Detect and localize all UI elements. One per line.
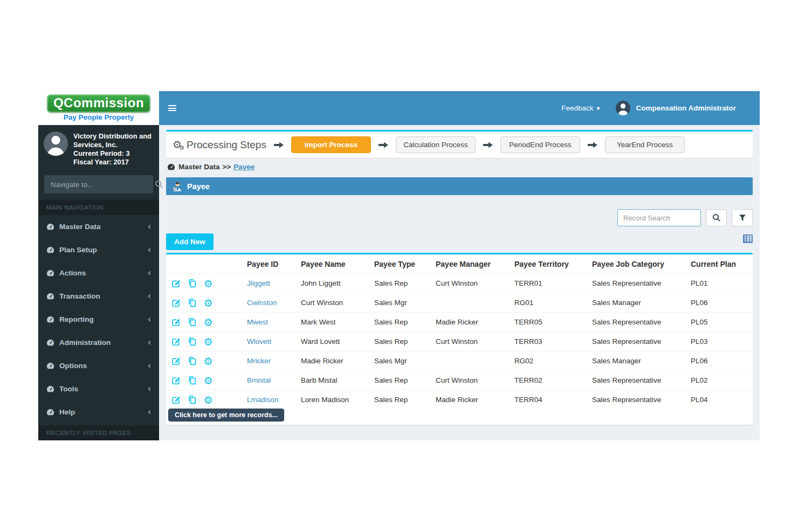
- nav-section-label: MAIN NAVIGATION: [38, 200, 159, 215]
- payee-type-cell: Sales Mgr: [369, 293, 430, 313]
- payee-manager-cell: Curt Winston: [430, 371, 509, 390]
- copy-icon[interactable]: [188, 298, 197, 307]
- sidebar-item-plan-setup[interactable]: Plan Setup ‹: [38, 238, 159, 261]
- calculation-process-button[interactable]: Calculation Process: [396, 136, 476, 153]
- payee-type-cell: Sales Rep: [369, 313, 430, 332]
- company-panel: Victory Distribution and Services, Inc. …: [38, 125, 159, 172]
- add-new-button[interactable]: Add New: [166, 233, 214, 250]
- copy-icon[interactable]: [188, 376, 197, 385]
- current-plan-cell: PL03: [685, 332, 753, 351]
- export-table-icon[interactable]: [743, 234, 753, 243]
- edit-icon[interactable]: [171, 337, 181, 346]
- more-records-button[interactable]: Click here to get more records...: [168, 409, 284, 422]
- table-row: ⚙ Cwinston Curt Winston Sales Mgr RG01 S…: [166, 293, 753, 313]
- gear-icon[interactable]: ⚙: [204, 376, 213, 385]
- yearend-process-button[interactable]: YearEnd Process: [605, 136, 685, 153]
- payee-id-link[interactable]: Wlovett: [247, 337, 271, 346]
- sidebar-item-master-data[interactable]: Master Data ‹: [38, 215, 159, 238]
- sidebar: QCommission Pay People Properly Victory …: [38, 91, 159, 440]
- edit-icon[interactable]: [171, 279, 181, 288]
- payee-territory-cell: TERR04: [509, 390, 587, 410]
- logo-tagline: Pay People Properly: [38, 113, 159, 121]
- record-search-row: [166, 209, 753, 226]
- gear-icon[interactable]: ⚙: [204, 299, 213, 307]
- sidebar-item-tools[interactable]: Tools ‹: [38, 377, 159, 400]
- sidebar-item-actions[interactable]: Actions ‹: [38, 261, 159, 285]
- payee-manager-cell: [430, 293, 509, 313]
- copy-icon[interactable]: [188, 337, 197, 346]
- payee-manager-cell: [430, 351, 509, 371]
- page-title: Payee: [187, 182, 210, 191]
- gear-icon[interactable]: ⚙: [204, 318, 213, 327]
- chevron-left-icon: ‹: [148, 407, 151, 417]
- dashboard-icon: [46, 269, 54, 277]
- search-icon[interactable]: [153, 180, 170, 189]
- gear-icon[interactable]: ⚙: [204, 357, 213, 365]
- dashboard-icon: [46, 223, 54, 231]
- sidebar-item-options[interactable]: Options ‹: [38, 354, 159, 377]
- payee-name-cell: Curt Winston: [295, 293, 369, 313]
- current-plan-cell: PL04: [685, 390, 753, 410]
- feedback-dropdown[interactable]: Feedback ▾: [561, 104, 600, 112]
- hamburger-menu-icon[interactable]: [159, 91, 185, 125]
- feedback-label: Feedback: [561, 104, 593, 112]
- payee-id-link[interactable]: Lmadison: [247, 396, 279, 404]
- current-plan-cell: PL02: [685, 371, 753, 390]
- dashboard-icon: [46, 362, 54, 370]
- payee-job-category-cell: Sales Representative: [587, 313, 685, 332]
- payee-territory-cell: RG02: [509, 351, 587, 371]
- user-avatar-icon[interactable]: [616, 101, 630, 115]
- app-logo: QCommission: [47, 94, 150, 113]
- copy-icon[interactable]: [188, 395, 197, 404]
- current-period: Current Period: 3: [73, 149, 152, 158]
- edit-icon[interactable]: [171, 356, 181, 365]
- record-search-input[interactable]: [617, 209, 701, 226]
- sidebar-item-administration[interactable]: Administration ‹: [38, 331, 159, 354]
- sidebar-item-label: Plan Setup: [59, 246, 148, 254]
- actions-column-header: [166, 254, 242, 274]
- gear-icon[interactable]: ⚙: [204, 396, 213, 404]
- chevron-left-icon: ‹: [148, 384, 151, 394]
- table-row: ⚙ Mricker Madie Ricker Sales Mgr RG02 Sa…: [166, 351, 753, 371]
- navigate-search-input[interactable]: [44, 181, 153, 189]
- copy-icon[interactable]: [188, 279, 197, 288]
- dashboard-icon: [46, 385, 54, 393]
- breadcrumb-payee-link[interactable]: Payee: [233, 163, 254, 171]
- payee-id-link[interactable]: Cwinston: [247, 299, 277, 307]
- arrow-right-icon: [588, 141, 597, 149]
- sidebar-item-label: Options: [59, 362, 148, 370]
- payee-job-category-cell: Sales Representative: [587, 274, 685, 293]
- copy-icon[interactable]: [188, 356, 197, 365]
- edit-icon[interactable]: [171, 317, 181, 327]
- copy-icon[interactable]: [188, 317, 197, 327]
- main-area: Feedback ▾ Compensation Administrator ⚙⚙…: [159, 91, 760, 440]
- sidebar-item-transaction[interactable]: Transaction ‹: [38, 285, 159, 308]
- edit-icon[interactable]: [171, 395, 181, 404]
- import-process-button[interactable]: Import Process: [291, 136, 371, 153]
- periodend-process-button[interactable]: PeriodEnd Process: [500, 136, 580, 153]
- payee-id-link[interactable]: Jliggett: [247, 279, 270, 287]
- dashboard-icon: [46, 408, 54, 416]
- gear-icon[interactable]: ⚙: [204, 279, 213, 288]
- logged-in-user-name[interactable]: Compensation Administrator: [636, 104, 736, 112]
- payee-manager-cell: Curt Winston: [430, 274, 509, 293]
- sidebar-item-help[interactable]: Help ‹: [38, 400, 159, 424]
- gear-icon[interactable]: ⚙: [204, 337, 213, 346]
- column-header: Payee ID: [242, 254, 295, 274]
- payee-name-cell: John Liggett: [295, 274, 369, 293]
- logo-area: QCommission Pay People Properly: [38, 91, 159, 125]
- payee-id-link[interactable]: Mricker: [247, 357, 271, 365]
- payee-territory-cell: TERR01: [509, 274, 587, 293]
- payee-id-link[interactable]: Mwest: [247, 318, 268, 326]
- payee-id-link[interactable]: Bmistal: [247, 376, 271, 384]
- processing-steps-panel: ⚙⚙ Processing Steps Import Process Calcu…: [166, 130, 753, 158]
- edit-icon[interactable]: [171, 298, 181, 307]
- filter-button[interactable]: [732, 209, 753, 226]
- sidebar-item-reporting[interactable]: Reporting ‹: [38, 308, 159, 331]
- chevron-left-icon: ‹: [148, 268, 151, 278]
- table-row: ⚙ Bmistal Barb Mistal Sales Rep Curt Win…: [166, 371, 753, 390]
- record-search-button[interactable]: [706, 209, 727, 226]
- company-info: Victory Distribution and Services, Inc. …: [68, 132, 152, 167]
- edit-icon[interactable]: [171, 376, 181, 385]
- current-plan-cell: PL06: [685, 351, 753, 371]
